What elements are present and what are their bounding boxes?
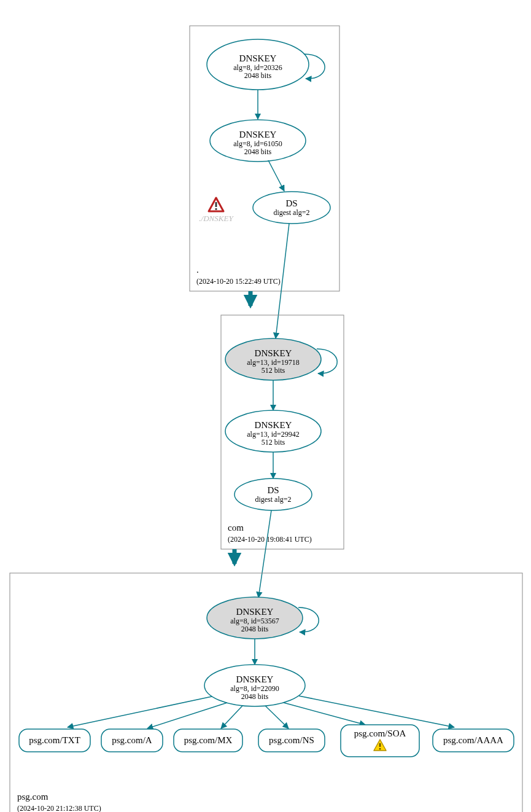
edge-zsk-to-ns (265, 706, 289, 728)
record-txt: psg.com/TXT (19, 729, 90, 752)
edge-zsk-to-soa (284, 703, 365, 725)
warning-root-dnskey: ./DNSKEY (199, 198, 234, 223)
node-psg-zsk: DNSKEY alg=8, id=22090 2048 bits (204, 665, 305, 706)
zone-root: . (2024-10-20 15:22:49 UTC) DNSKEY alg=8… (190, 26, 339, 291)
record-mx: psg.com/MX (174, 729, 242, 752)
svg-rect-14 (379, 743, 381, 747)
zone-com-timestamp: (2024-10-20 19:08:41 UTC) (228, 535, 312, 544)
node-root-zsk-line2: 2048 bits (244, 147, 272, 156)
node-root-ksk-line1: alg=8, id=20326 (233, 63, 282, 72)
node-psg-zsk-line1: alg=8, id=22090 (230, 684, 279, 693)
record-a-label: psg.com/A (112, 735, 152, 745)
zone-com: com (2024-10-20 19:08:41 UTC) DNSKEY alg… (221, 315, 344, 549)
node-root-ksk-line2: 2048 bits (244, 71, 272, 80)
node-psg-ksk-line1: alg=8, id=53567 (230, 617, 279, 625)
node-com-ksk-title: DNSKEY (255, 348, 292, 358)
node-root-ksk-title: DNSKEY (239, 53, 277, 63)
record-aaaa: psg.com/AAAA (433, 729, 514, 752)
node-com-ds-title: DS (267, 485, 279, 495)
warning-root-label: ./DNSKEY (199, 214, 234, 223)
zone-root-label: . (196, 265, 199, 275)
zone-psg-label: psg.com (17, 792, 48, 802)
edge-root-zsk-to-ds (268, 160, 284, 191)
edge-com-ds-to-psg-ksk (258, 510, 271, 598)
record-soa: psg.com/SOA (341, 725, 419, 757)
record-soa-label: psg.com/SOA (354, 728, 406, 738)
node-com-zsk-title: DNSKEY (255, 420, 292, 430)
node-com-zsk-line1: alg=13, id=29942 (247, 430, 300, 439)
zone-psg-timestamp: (2024-10-20 21:12:38 UTC) (17, 804, 101, 812)
node-com-ksk-line2: 512 bits (262, 366, 285, 375)
zone-com-label: com (228, 523, 244, 533)
node-psg-zsk-title: DNSKEY (236, 674, 274, 684)
node-root-zsk-line1: alg=8, id=61050 (233, 139, 282, 148)
node-psg-zsk-line2: 2048 bits (241, 692, 269, 701)
edge-zsk-to-a (147, 703, 227, 728)
record-mx-label: psg.com/MX (184, 735, 233, 745)
record-ns: psg.com/NS (258, 729, 325, 752)
node-root-zsk: DNSKEY alg=8, id=61050 2048 bits (210, 120, 306, 162)
record-ns-label: psg.com/NS (269, 735, 314, 745)
node-psg-ksk-line2: 2048 bits (241, 625, 269, 633)
node-root-ds-title: DS (285, 198, 297, 208)
node-root-ds-line1: digest alg=2 (273, 208, 309, 217)
zone-psg: psg.com (2024-10-20 21:12:38 UTC) DNSKEY… (10, 573, 522, 812)
node-com-ksk: DNSKEY alg=13, id=19718 512 bits (225, 338, 321, 380)
record-txt-label: psg.com/TXT (29, 735, 80, 745)
record-aaaa-label: psg.com/AAAA (443, 735, 503, 745)
node-root-ds: DS digest alg=2 (253, 192, 330, 224)
zone-root-timestamp: (2024-10-20 15:22:49 UTC) (196, 277, 281, 286)
node-com-ksk-line1: alg=13, id=19718 (247, 358, 300, 367)
record-a: psg.com/A (101, 729, 163, 752)
edge-zsk-to-txt (68, 697, 212, 727)
warning-exclaim-bar (215, 202, 217, 207)
svg-rect-15 (379, 748, 381, 749)
node-psg-ksk: DNSKEY alg=8, id=53567 2048 bits (207, 597, 303, 639)
edge-zsk-to-aaaa (299, 696, 454, 727)
node-com-ds-line1: digest alg=2 (255, 495, 291, 504)
node-root-ksk: DNSKEY alg=8, id=20326 2048 bits (207, 39, 309, 90)
node-com-zsk-line2: 512 bits (262, 438, 285, 447)
node-com-zsk: DNSKEY alg=13, id=29942 512 bits (225, 410, 321, 452)
edge-zsk-to-mx (221, 706, 242, 728)
node-psg-ksk-title: DNSKEY (236, 607, 274, 617)
node-com-ds: DS digest alg=2 (234, 478, 312, 510)
warning-exclaim-dot (215, 208, 217, 210)
node-root-zsk-title: DNSKEY (239, 130, 277, 139)
